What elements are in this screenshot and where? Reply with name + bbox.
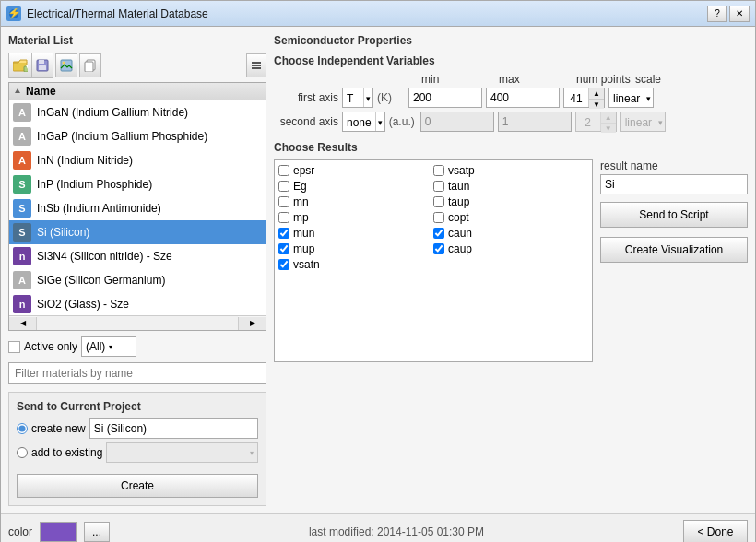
result-label-mup[interactable]: mup: [293, 242, 314, 255]
result-label-taun[interactable]: taun: [448, 180, 469, 193]
result-item: copt: [433, 211, 588, 224]
bottom-bar: color ... last modified: 2014-11-05 01:3…: [1, 513, 755, 542]
list-item[interactable]: S InSb (Indium Antimonide): [9, 196, 266, 220]
first-axis-min-input[interactable]: [408, 88, 482, 108]
left-panel: Material List ▾: [8, 34, 266, 506]
save-button[interactable]: [32, 53, 53, 77]
result-label-vsatn[interactable]: vsatn: [293, 258, 320, 271]
result-checkbox-mp[interactable]: [278, 212, 289, 223]
result-checkbox-caun[interactable]: [433, 228, 444, 239]
add-existing-radio[interactable]: [17, 447, 28, 458]
send-project-title: Send to Current Project: [17, 400, 258, 413]
result-label-mn[interactable]: mn: [293, 195, 309, 208]
horizontal-scrollbar[interactable]: [37, 316, 238, 330]
first-axis-scale-arrow-icon: ▾: [644, 88, 653, 107]
results-col2: vsatp taun taup copt caun caup: [433, 164, 588, 358]
color-swatch[interactable]: [40, 522, 77, 542]
list-item[interactable]: n SiO2 (Glass) - Sze: [9, 292, 266, 315]
result-checkbox-copt[interactable]: [433, 212, 444, 223]
result-label-mp[interactable]: mp: [293, 211, 309, 224]
first-axis-row: first axis T ▾ (K) 41 ▲ ▼ linear: [274, 88, 748, 108]
second-axis-min-input: [420, 112, 494, 132]
first-axis-spin-up[interactable]: ▲: [589, 88, 604, 99]
result-checkbox-mn[interactable]: [278, 196, 289, 207]
result-checkbox-mun[interactable]: [278, 228, 289, 239]
result-checkbox-taup[interactable]: [433, 196, 444, 207]
first-axis-dropdown[interactable]: T ▾: [342, 88, 373, 108]
title-bar: ⚡ Electrical/Thermal Material Database ?…: [1, 1, 755, 27]
existing-dropdown: ▾: [106, 442, 258, 463]
active-only-checkbox[interactable]: [8, 341, 20, 353]
help-button[interactable]: ?: [707, 6, 727, 22]
result-item: taun: [433, 180, 588, 193]
scroll-right-btn[interactable]: ▶: [238, 317, 266, 330]
list-item[interactable]: A InN (Indium Nitride): [9, 148, 266, 172]
first-axis-scale-dropdown[interactable]: linear ▾: [608, 88, 654, 108]
done-button[interactable]: < Done: [683, 520, 748, 542]
create-new-radio[interactable]: [17, 423, 28, 434]
panel-title: Material List: [8, 34, 266, 47]
second-axis-scale-value: linear: [621, 112, 656, 131]
result-name-section: result name: [600, 159, 748, 194]
list-item[interactable]: n Si3N4 (Silicon nitride) - Sze: [9, 244, 266, 268]
result-checkbox-caup[interactable]: [433, 243, 444, 254]
list-item[interactable]: A SiGe (Silicon Germanium): [9, 268, 266, 292]
result-checkbox-taun[interactable]: [433, 181, 444, 192]
results-col1: epsr Eg mn mp mun mup vsatn: [278, 164, 433, 358]
svg-rect-13: [252, 65, 261, 66]
num-points-header: num points: [576, 73, 632, 86]
list-header[interactable]: Name: [9, 83, 266, 100]
create-button[interactable]: Create: [17, 474, 258, 498]
result-label-caup[interactable]: caup: [448, 242, 472, 255]
scale-header: scale: [635, 73, 691, 86]
result-checkbox-Eg[interactable]: [278, 181, 289, 192]
image-button[interactable]: [55, 53, 77, 77]
category-dropdown[interactable]: (All) ▾: [81, 336, 136, 357]
list-item[interactable]: A InGaP (Indium Gallium Phosphide): [9, 124, 266, 148]
color-ellipsis-button[interactable]: ...: [84, 522, 110, 542]
material-name: InSb (Indium Antimonide): [37, 202, 161, 215]
send-to-script-button[interactable]: Send to Script: [600, 202, 748, 228]
send-to-project-panel: Send to Current Project create new add t…: [8, 392, 266, 506]
list-item[interactable]: A InGaN (Indium Gallium Nitride): [9, 100, 266, 124]
first-axis-label: first axis: [274, 91, 338, 104]
result-label-mun[interactable]: mun: [293, 227, 314, 240]
result-label-vsatp[interactable]: vsatp: [448, 164, 475, 177]
result-label-epsr[interactable]: epsr: [293, 164, 314, 177]
filter-input[interactable]: [8, 362, 266, 384]
result-label-caun[interactable]: caun: [448, 227, 472, 240]
second-axis-spin-down: ▼: [601, 123, 616, 133]
result-checkbox-epsr[interactable]: [278, 165, 289, 176]
result-label-taup[interactable]: taup: [448, 195, 469, 208]
second-axis-numpoints-spinner: 2 ▲ ▼: [575, 112, 617, 132]
first-axis-max-input[interactable]: [486, 88, 560, 108]
result-checkbox-mup[interactable]: [278, 243, 289, 254]
copy-button[interactable]: [79, 53, 101, 77]
first-axis-spin-down[interactable]: ▼: [589, 99, 604, 109]
list-item[interactable]: S Si (Silicon): [9, 220, 266, 244]
create-new-input[interactable]: [89, 418, 258, 439]
second-spinner-buttons: ▲ ▼: [600, 112, 616, 131]
nav-button[interactable]: [246, 53, 266, 77]
second-axis-dropdown[interactable]: none ▾: [342, 112, 385, 132]
result-label-copt[interactable]: copt: [448, 211, 469, 224]
result-item: caun: [433, 227, 588, 240]
result-item: mup: [278, 242, 433, 255]
result-checkbox-vsatn[interactable]: [278, 259, 289, 270]
result-name-label: result name: [600, 159, 748, 172]
material-name: InN (Indium Nitride): [37, 154, 133, 167]
svg-rect-14: [252, 67, 261, 69]
first-axis-scale-value: linear: [609, 88, 644, 107]
first-axis-value: T: [343, 88, 363, 107]
window-icon: ⚡: [6, 6, 21, 21]
close-button[interactable]: ✕: [729, 6, 750, 22]
create-visualization-button[interactable]: Create Visualization: [600, 237, 748, 263]
result-name-input[interactable]: [600, 174, 748, 194]
max-header: max: [499, 73, 573, 86]
folder-button[interactable]: ▾: [9, 53, 32, 77]
result-label-Eg[interactable]: Eg: [293, 180, 307, 193]
result-item: caup: [433, 242, 588, 255]
result-checkbox-vsatp[interactable]: [433, 165, 444, 176]
list-item[interactable]: S InP (Indium Phosphide): [9, 172, 266, 196]
scroll-left-btn[interactable]: ◀: [9, 317, 37, 330]
